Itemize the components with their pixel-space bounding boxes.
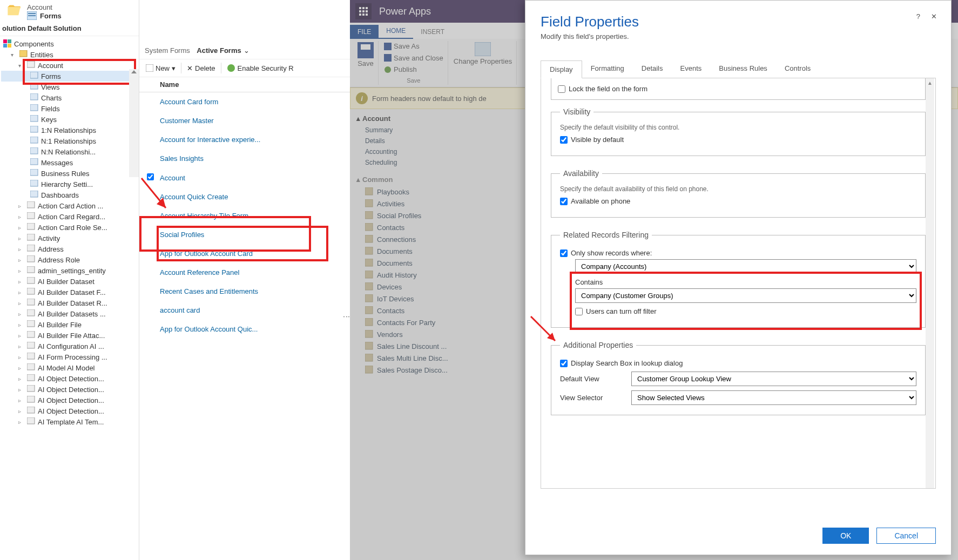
form-row[interactable]: App for Outlook Account Quic... bbox=[139, 320, 350, 339]
waffle-icon[interactable] bbox=[355, 3, 372, 19]
tab-insert[interactable]: INSERT bbox=[413, 25, 452, 39]
form-link[interactable]: Account Hierarchy Tile Form bbox=[160, 212, 248, 220]
tab-business-rules[interactable]: Business Rules bbox=[710, 60, 776, 78]
new-button[interactable]: New ▾ bbox=[143, 62, 179, 75]
form-row[interactable]: Sales Insights bbox=[139, 149, 350, 168]
tab-formatting[interactable]: Formatting bbox=[582, 60, 633, 78]
tree-entity[interactable]: ▹AI Object Detection... bbox=[1, 395, 139, 406]
lock-field-checkbox[interactable]: Lock the field on the form bbox=[558, 85, 919, 93]
tab-events[interactable]: Events bbox=[672, 60, 711, 78]
scroll-up-icon[interactable]: ▲ bbox=[926, 78, 934, 87]
tree-entity[interactable]: ▹AI Object Detection... bbox=[1, 384, 139, 395]
only-show-records-checkbox[interactable]: Only show records where: bbox=[560, 249, 916, 257]
tree-keys[interactable]: Keys bbox=[1, 114, 139, 125]
ok-button[interactable]: OK bbox=[822, 528, 869, 544]
scrollbar-icon[interactable] bbox=[129, 69, 139, 177]
form-link[interactable]: App for Outlook Account Card bbox=[160, 249, 253, 258]
tree-charts[interactable]: Charts bbox=[1, 92, 139, 103]
tree-views[interactable]: Views bbox=[1, 82, 139, 92]
form-row[interactable]: Account Hierarchy Tile Form bbox=[139, 206, 350, 225]
scrollbar[interactable]: ▲ bbox=[926, 78, 934, 488]
form-row[interactable]: Customer Master bbox=[139, 111, 350, 130]
view-selector-select[interactable]: Show Selected Views bbox=[631, 390, 916, 405]
tree-entity[interactable]: ▹Activity bbox=[1, 233, 139, 244]
tree-fields[interactable]: Fields bbox=[1, 103, 139, 114]
tab-display[interactable]: Display bbox=[541, 60, 582, 78]
related-child-select[interactable]: Company (Customer Groups) bbox=[575, 288, 916, 303]
form-row[interactable]: Account Reference Panel bbox=[139, 263, 350, 282]
tab-home[interactable]: HOME bbox=[379, 24, 413, 39]
tree-business-rules[interactable]: Business Rules bbox=[1, 168, 139, 179]
form-row[interactable]: Social Profiles bbox=[139, 225, 350, 244]
form-link[interactable]: Account for Interactive experie... bbox=[160, 136, 260, 144]
tree-entity[interactable]: ▹AI Builder File bbox=[1, 319, 139, 330]
available-phone-checkbox[interactable]: Available on phone bbox=[560, 197, 916, 205]
save-button[interactable]: Save bbox=[357, 42, 374, 68]
default-view-select[interactable]: Customer Group Lookup View bbox=[631, 372, 916, 386]
form-link[interactable]: Sales Insights bbox=[160, 154, 204, 163]
tree-entity[interactable]: ▹Address Role bbox=[1, 254, 139, 265]
tree-entity[interactable]: ▹AI Configuration AI ... bbox=[1, 341, 139, 352]
form-link[interactable]: Account Quick Create bbox=[160, 193, 228, 201]
turn-off-filter-checkbox[interactable]: Users can turn off filter bbox=[575, 307, 916, 315]
form-row[interactable]: App for Outlook Account Card bbox=[139, 244, 350, 263]
tree-components[interactable]: Components bbox=[1, 38, 139, 49]
tree-entity[interactable]: ▹AI Form Processing ... bbox=[1, 352, 139, 362]
delete-button[interactable]: ✕Delete bbox=[184, 62, 219, 75]
component-tree[interactable]: Components ▾Entities ▾Account FormsViews… bbox=[0, 36, 139, 522]
tab-controls[interactable]: Controls bbox=[776, 60, 819, 78]
form-link[interactable]: Social Profiles bbox=[160, 231, 204, 239]
tree-n-n-relationshi-[interactable]: N:N Relationshi... bbox=[1, 146, 139, 157]
tree-entity[interactable]: ▹AI Template AI Tem... bbox=[1, 416, 139, 427]
related-parent-select[interactable]: Company (Accounts) bbox=[575, 259, 916, 274]
save-as-button[interactable]: Save As bbox=[384, 42, 420, 50]
form-link[interactable]: Account Reference Panel bbox=[160, 268, 239, 276]
tree-n-1-relationships[interactable]: N:1 Relationships bbox=[1, 136, 139, 146]
change-properties-button[interactable]: Change Properties bbox=[449, 41, 517, 85]
form-link[interactable]: account card bbox=[160, 306, 200, 314]
close-icon[interactable]: ✕ bbox=[931, 12, 937, 21]
cancel-button[interactable]: Cancel bbox=[876, 528, 936, 544]
form-row[interactable]: Account for Interactive experie... bbox=[139, 130, 350, 149]
tree-1-n-relationships[interactable]: 1:N Relationships bbox=[1, 125, 139, 136]
row-checkbox[interactable] bbox=[147, 173, 154, 180]
tree-entity[interactable]: ▹AI Object Detection... bbox=[1, 406, 139, 416]
search-box-checkbox[interactable]: Display Search Box in lookup dialog bbox=[560, 359, 916, 367]
tree-forms[interactable]: Forms bbox=[1, 71, 139, 82]
tree-entity[interactable]: ▹Address bbox=[1, 244, 139, 254]
tree-hierarchy-setti-[interactable]: Hierarchy Setti... bbox=[1, 179, 139, 190]
forms-view-switch[interactable]: System Forms Active Forms ⌄ bbox=[139, 0, 350, 59]
tree-entity[interactable]: ▹AI Builder Dataset F... bbox=[1, 287, 139, 298]
tree-account[interactable]: ▾Account bbox=[1, 60, 139, 71]
form-row[interactable]: Account Quick Create bbox=[139, 187, 350, 206]
form-row[interactable]: account card bbox=[139, 301, 350, 320]
save-close-button[interactable]: Save and Close bbox=[384, 54, 443, 62]
tree-entity[interactable]: ▹AI Builder Dataset R... bbox=[1, 298, 139, 308]
form-link[interactable]: App for Outlook Account Quic... bbox=[160, 325, 258, 333]
help-icon[interactable]: ? bbox=[916, 12, 920, 21]
tree-entity[interactable]: ▹AI Builder File Attac... bbox=[1, 330, 139, 341]
tree-entity[interactable]: ▹AI Builder Datasets ... bbox=[1, 308, 139, 319]
column-header[interactable]: Name bbox=[139, 77, 350, 92]
form-link[interactable]: Account Card form bbox=[160, 98, 218, 106]
publish-button[interactable]: Publish bbox=[384, 65, 417, 73]
tree-entity[interactable]: ▹AI Object Detection... bbox=[1, 373, 139, 384]
form-link[interactable]: Account bbox=[160, 174, 185, 182]
form-link[interactable]: Customer Master bbox=[160, 117, 214, 125]
form-row[interactable]: Account Card form bbox=[139, 92, 350, 111]
tree-messages[interactable]: Messages bbox=[1, 157, 139, 168]
tree-entity[interactable]: ▹AI Builder Dataset bbox=[1, 276, 139, 287]
tab-file[interactable]: FILE bbox=[350, 25, 379, 39]
tree-entities[interactable]: ▾Entities bbox=[1, 49, 139, 60]
form-row[interactable]: Recent Cases and Entitlements bbox=[139, 282, 350, 301]
form-link[interactable]: Recent Cases and Entitlements bbox=[160, 287, 258, 295]
enable-security-button[interactable]: Enable Security R bbox=[224, 62, 297, 75]
form-row[interactable]: Account bbox=[139, 168, 350, 187]
tree-entity[interactable]: ▹Action Card Action ... bbox=[1, 200, 139, 211]
visible-default-checkbox[interactable]: Visible by default bbox=[560, 136, 916, 144]
tab-details[interactable]: Details bbox=[633, 60, 672, 78]
tree-entity[interactable]: ▹Action Card Role Se... bbox=[1, 222, 139, 233]
tree-entity[interactable]: ▹Action Card Regard... bbox=[1, 211, 139, 222]
tree-entity[interactable]: ▹admin_settings_entity bbox=[1, 265, 139, 276]
tree-dashboards[interactable]: Dashboards bbox=[1, 190, 139, 200]
